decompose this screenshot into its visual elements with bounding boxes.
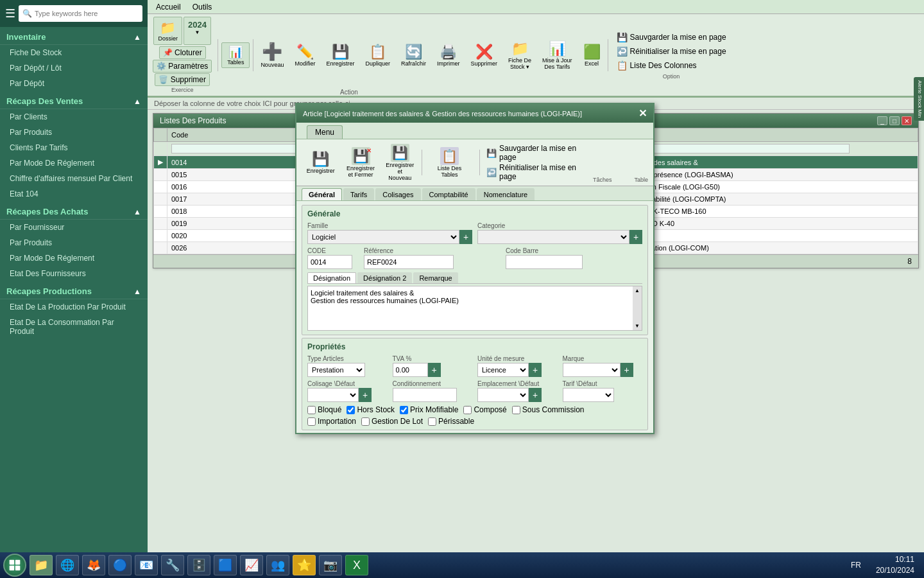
d-enregistrer-fermer-btn[interactable]: 💾✕ Enregistreret Fermer [343, 145, 378, 180]
imprimer-btn[interactable]: 🖨️ Imprimer [433, 42, 464, 68]
sidebar-item-fiche-stock[interactable]: Fiche De Stock [0, 45, 148, 60]
minimize-btn[interactable]: _ [877, 116, 887, 125]
compose-input[interactable] [463, 406, 472, 414]
codebarre-input[interactable] [506, 255, 583, 269]
desig-tab-1[interactable]: Désignation 2 [357, 272, 412, 283]
enregistrer-btn[interactable]: 💾 Enregistrer [322, 42, 358, 68]
unite-select[interactable]: Licence [477, 363, 529, 377]
taskbar-mail-btn[interactable]: 📧 [135, 555, 158, 575]
sidebar-section-achats[interactable]: Récapes Des Achats ▲ [0, 202, 148, 220]
rafraichir-btn[interactable]: 🔄 Rafraîchir [397, 42, 430, 68]
categorie-add-btn[interactable]: + [629, 230, 642, 244]
sous-commission-check[interactable]: Sous Commission [512, 405, 585, 414]
tab-nomenclature[interactable]: Nomenclature [477, 188, 535, 200]
designation-textarea[interactable] [308, 286, 642, 328]
modifier-btn[interactable]: ✏️ Modifier [291, 42, 319, 68]
taskbar-unknown1-btn[interactable]: 🔧 [161, 555, 184, 575]
sidebar-item-chiffre-affaires[interactable]: Chiffre d'affaires mensuel Par Client [0, 171, 148, 186]
marque-select[interactable] [563, 363, 620, 377]
cloturer-btn[interactable]: 📌 Cloturer [163, 48, 202, 57]
sidebar-item-par-depot-lot[interactable]: Par Dépôt / Lôt [0, 60, 148, 76]
sidebar-item-prod-par-produit[interactable]: Etat De La Production Par Produit [0, 299, 148, 315]
perissable-check[interactable]: Périssable [428, 417, 474, 426]
hors-stock-check[interactable]: Hors Stock [346, 405, 395, 414]
d-liste-tables-btn[interactable]: 📋 Liste Des Tables [425, 145, 474, 180]
taskbar-chart-btn[interactable]: 📈 [240, 555, 263, 575]
tarif-select[interactable] [563, 388, 614, 402]
desig-tab-0[interactable]: Désignation [307, 272, 356, 283]
taskbar-camera-btn[interactable]: 📷 [319, 555, 342, 575]
maximize-btn[interactable]: □ [889, 116, 900, 125]
tab-comptabilite[interactable]: Comptabilité [422, 188, 475, 200]
famille-add-btn[interactable]: + [459, 230, 472, 244]
marque-add-btn[interactable]: + [620, 363, 633, 377]
mise-a-jour-btn[interactable]: 📊 Mise à JourDes Tarifs [538, 39, 576, 71]
fiche-stock-btn[interactable]: 📁 Fiche DeStock ▾ [504, 39, 535, 71]
sidebar-item-par-produits-v[interactable]: Par Produits [0, 125, 148, 140]
hors-stock-input[interactable] [346, 406, 355, 414]
d-enregistrer-btn[interactable]: 💾 Enregistrer [302, 149, 339, 176]
sidebar-item-etat-104[interactable]: Etat 104 [0, 186, 148, 202]
colisage-select[interactable] [307, 388, 359, 402]
tab-tarifs[interactable]: Tarifs [343, 188, 374, 200]
taskbar-people-btn[interactable]: 👥 [266, 555, 289, 575]
tva-input[interactable] [393, 363, 428, 377]
type-select[interactable]: Prestation [307, 363, 365, 377]
unite-add-btn[interactable]: + [529, 363, 542, 377]
categorie-select[interactable] [477, 230, 629, 244]
alerte-stock-strip[interactable]: Alerte Stock Min [914, 77, 924, 121]
d-enregistrer-nouveau-btn[interactable]: 💾 Enregistreret Nouveau [382, 142, 418, 183]
scroll-up-btn[interactable]: ▲ [635, 288, 640, 293]
sidebar-item-par-fournisseur[interactable]: Par Fournisseur [0, 220, 148, 235]
taskbar-excel-btn[interactable]: X [345, 555, 368, 575]
dialog-close-btn[interactable]: ✕ [638, 107, 647, 119]
menu-outils[interactable]: Outils [187, 1, 218, 13]
emplacement-add-btn[interactable]: + [529, 388, 542, 402]
importation-input[interactable] [307, 417, 316, 426]
gestion-lot-input[interactable] [361, 417, 370, 426]
d-reset-page-btn[interactable]: ↩️ Réinitialiser la mise en page [486, 163, 586, 181]
sidebar-item-conso-par-produit[interactable]: Etat De La Consommation Par Produit [0, 315, 148, 339]
sidebar-item-par-produits-a[interactable]: Par Produits [0, 235, 148, 250]
conditionnement-input[interactable] [393, 388, 457, 402]
sidebar-item-par-mode-a[interactable]: Par Mode De Réglement [0, 250, 148, 266]
d-save-page-btn[interactable]: 💾 Sauvgarder la mise en page [486, 144, 586, 162]
dialog-menu-tab[interactable]: Menu [307, 125, 343, 139]
liste-colonnes-btn[interactable]: 📋 Liste Des Colonnes [614, 59, 729, 72]
importation-check[interactable]: Importation [307, 417, 356, 426]
close-btn[interactable]: ✕ [902, 116, 912, 125]
taskbar-firefox-btn[interactable]: 🦊 [82, 555, 105, 575]
supprimer-btn[interactable]: 🗑️ Supprimer [158, 75, 206, 84]
parametres-btn[interactable]: ⚙️ Paramètres [157, 62, 208, 71]
taskbar-chrome-btn[interactable]: 🔵 [108, 555, 132, 575]
code-input[interactable] [307, 255, 352, 269]
desig-tab-2[interactable]: Remarque [413, 272, 458, 283]
dossier-btn[interactable]: 📁 Dossier [153, 17, 182, 45]
menu-accueil[interactable]: Accueil [151, 1, 186, 13]
reset-page-btn[interactable]: ↩️ Réinitialiser la mise en page [614, 45, 729, 58]
tables-btn[interactable]: 📊 Tables [221, 42, 250, 68]
tab-general[interactable]: Général [302, 188, 342, 200]
sous-commission-input[interactable] [512, 406, 520, 414]
prix-mof-check[interactable]: Prix Mofifiable [400, 405, 458, 414]
gestion-lot-check[interactable]: Gestion De Lot [361, 417, 423, 426]
compose-check[interactable]: Composé [463, 405, 506, 414]
tva-add-btn[interactable]: + [428, 363, 441, 377]
taskbar-files-btn[interactable]: 📁 [30, 555, 53, 575]
year-btn[interactable]: 2024 ▼ [184, 17, 211, 45]
ref-input[interactable] [364, 255, 454, 269]
taskbar-db-btn[interactable]: 🗄️ [187, 555, 210, 575]
sidebar-section-ventes[interactable]: Récaps Des Ventes ▲ [0, 91, 148, 109]
supprimer-tb-btn[interactable]: ❌ Supprimer [466, 42, 501, 68]
save-page-btn[interactable]: 💾 Sauvgarder la mise en page [614, 31, 729, 44]
prix-mof-input[interactable] [400, 406, 408, 414]
taskbar-vs-btn[interactable]: 🟦 [214, 555, 237, 575]
scroll-down-btn[interactable]: ▼ [635, 323, 640, 329]
taskbar-yellow-btn[interactable]: ⭐ [293, 555, 316, 575]
sidebar-item-par-mode-v[interactable]: Par Mode De Réglement [0, 155, 148, 171]
taskbar-ie-btn[interactable]: 🌐 [56, 555, 79, 575]
perissable-input[interactable] [428, 417, 436, 426]
sidebar-section-inventaire[interactable]: Inventaire ▲ [0, 27, 148, 45]
sidebar-search[interactable] [35, 10, 139, 17]
colisage-add-btn[interactable]: + [359, 388, 372, 402]
